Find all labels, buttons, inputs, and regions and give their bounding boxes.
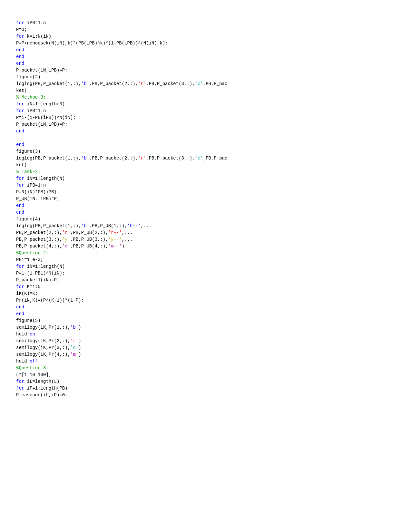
code-text: semilogy(iK,Pr(2,:),: [16, 338, 70, 343]
keyword-for7: for: [16, 264, 24, 269]
comment-method3: % Method-3:: [16, 95, 46, 100]
code-text: P=0;: [16, 27, 27, 32]
code-text: P=P+nchoosek(N(iN),k)*(PB(iPB)^k)*(1-PB(…: [16, 41, 168, 46]
code-text: ): [122, 244, 124, 249]
string-c: 'c': [195, 81, 203, 86]
code-text: k=1:N(iN): [24, 34, 51, 39]
keyword-end8: end: [16, 305, 24, 310]
code-text: K=1:5: [24, 284, 40, 289]
keyword-end2: end: [16, 54, 24, 59]
code-text: ,PB,P_pac: [203, 81, 228, 86]
keyword-for8: for: [16, 284, 24, 289]
code-text: iPB=1:n: [24, 108, 46, 113]
keyword-end4: end: [16, 129, 24, 134]
code-text: PB,P_packet(3,:),: [16, 237, 62, 242]
code-text: figure(5): [16, 318, 41, 323]
code-text: PB1=1.e-3;: [16, 257, 43, 262]
keyword-for5: for: [16, 176, 24, 181]
code-text: loglog(PB,P_packet(1,:),: [16, 81, 81, 86]
code-text: hold: [16, 332, 30, 337]
code-text: iN=1:length(N): [24, 102, 65, 107]
string-r4: 'r': [70, 338, 78, 343]
code-text: iK(K)=K;: [16, 291, 38, 296]
code-text: ): [78, 338, 81, 343]
hold-off-text: off: [30, 359, 38, 364]
code-text: iP=1:length(PB): [24, 386, 67, 391]
keyword-for9: for: [16, 379, 24, 384]
code-text: ,PB,P_packet(2,:),: [89, 156, 138, 161]
code-text: P=1-(1-PB1)^N(iN);: [16, 271, 65, 276]
code-text: figure(3): [16, 149, 41, 154]
string-r2: 'r': [138, 156, 146, 161]
code-text: P_packet(iN,iPB)=P;: [16, 68, 68, 73]
string-b4: 'b': [70, 325, 78, 330]
keyword-end3: end: [16, 61, 24, 66]
code-text: iN=1:length(N): [24, 176, 65, 181]
code-text: ): [78, 325, 81, 330]
code-text: ,PB,P_UB(2,:),: [70, 230, 108, 235]
string-c2: 'c': [195, 156, 203, 161]
string-r3: 'r': [62, 230, 70, 235]
keyword-for3: for: [16, 102, 24, 107]
code-text: ,...: [122, 230, 133, 235]
code-text: loglog(PB,P_packet(1,:),: [16, 156, 81, 161]
string-mdash: 'm--': [108, 244, 122, 249]
keyword-end5: end: [16, 142, 24, 147]
code-text: P=N(iN)*PB(iPB);: [16, 189, 59, 195]
code-text: ,PB,P_packet(3,:),: [146, 81, 195, 86]
keyword-end1: end: [16, 47, 24, 53]
string-b: 'b': [81, 81, 89, 86]
keyword-for1: for: [16, 20, 24, 25]
hold-on-text: on: [30, 332, 35, 337]
code-text: iPB=1:n: [24, 183, 46, 188]
code-text: hold: [16, 359, 30, 364]
code-text: semilogy(iK,Pr(4,:),: [16, 352, 70, 357]
code-text: L=[1 10 100];: [16, 372, 51, 377]
string-r: 'r': [138, 81, 146, 86]
code-text: iN=1:length(N): [24, 264, 65, 269]
code-text: semilogy(iK,Pr(3,:),: [16, 345, 70, 350]
code-text: figure(4): [16, 217, 41, 222]
code-container: for iPB=1:n P=0; for k=1:N(iN) P=P+nchoo…: [16, 13, 395, 399]
code-text: P_cascade(iL,iP)=0;: [16, 392, 68, 398]
code-text: iPB=1:n: [24, 20, 46, 25]
code-text: P_packet(iN,iPB)=P;: [16, 122, 68, 127]
code-text: PB,P_packet(2,:),: [16, 230, 62, 235]
keyword-end7: end: [16, 210, 24, 215]
code-text: iL=length(L): [24, 379, 59, 384]
string-b2: 'b': [81, 156, 89, 161]
code-text: ket(: [16, 162, 27, 168]
code-text: PB,P_packet(4,:),: [16, 244, 62, 249]
comment-q2: %Question 2:: [16, 250, 49, 256]
code-text: figure(2): [16, 74, 41, 80]
string-m2: 'm': [70, 352, 78, 357]
keyword-end6: end: [16, 203, 24, 208]
string-b3: 'b': [81, 223, 89, 228]
code-text: semilogy(iK,Pr(1,:),: [16, 325, 70, 330]
code-text: loglog(PB,P_packet(1,:),: [16, 223, 81, 228]
code-text: ,...: [122, 237, 133, 242]
code-text: ,PB,P_pac: [203, 156, 228, 161]
comment-task2: % Task-2:: [16, 169, 41, 174]
string-bdash: 'b--': [127, 223, 141, 228]
code-text: ): [78, 345, 81, 350]
code-text: ,PB,P_UB(3,:),: [70, 237, 108, 242]
keyword-for10: for: [16, 386, 24, 391]
code-text: ,PB,P_packet(3,:),: [146, 156, 195, 161]
string-rdash: 'r--': [108, 230, 122, 235]
code-text: ,PB,P_UB(1,:),: [89, 223, 127, 228]
code-text: P_packet1(iN)=P;: [16, 277, 59, 283]
keyword-for6: for: [16, 183, 24, 188]
code-text: P=1-(1-PB(iPB))^N(iN);: [16, 115, 76, 120]
string-ydash: 'y--': [108, 237, 122, 242]
code-text: ket(: [16, 88, 27, 93]
string-y: 'y': [62, 237, 70, 242]
comment-q3: %Question-3:: [16, 365, 49, 371]
keyword-end9: end: [16, 311, 24, 316]
code-text: ,PB,P_packet(2,:),: [89, 81, 138, 86]
code-text: ,PB,P_UB(4,:),: [70, 244, 108, 249]
string-c3: 'c': [70, 345, 78, 350]
code-text: P_UB(iN, iPB)=P;: [16, 196, 59, 201]
keyword-for2: for: [16, 34, 24, 39]
keyword-for4: for: [16, 108, 24, 113]
